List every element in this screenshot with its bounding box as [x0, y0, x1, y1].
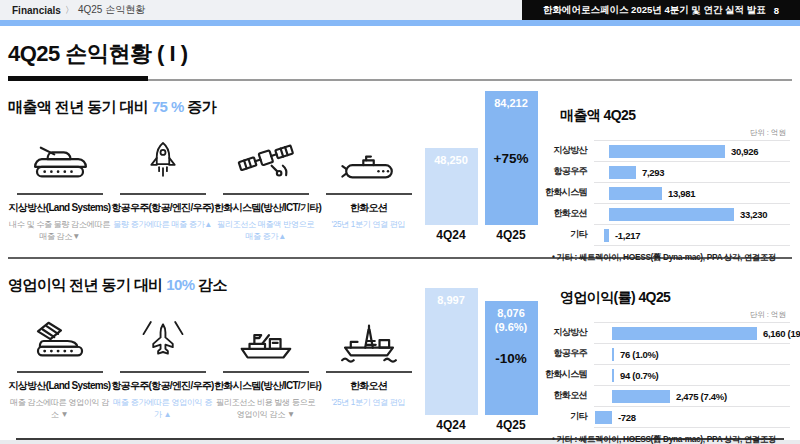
revenue-bar-4q25: 84,212 +75% [485, 91, 538, 225]
hbar-category-label: 한화오션 [542, 385, 594, 406]
rocket-icon [111, 130, 214, 186]
segment-hanwha-systems: 한화시스템(방산/ICT/기타) 필리조선소 매출액 반영으로 매출 증가▲ [214, 130, 317, 243]
hbar-track: 30,926 [594, 140, 790, 161]
segment-rule [17, 371, 103, 373]
revenue-bar-4q24: 48,250 [425, 148, 478, 225]
page-number: 8 [774, 5, 779, 16]
title-rule-thick [8, 76, 148, 81]
delta-label: +75% [485, 151, 538, 166]
profit-bar-4q25: 8,076 (9.6%) -10% [485, 301, 538, 415]
segment-label: 한화시스템(방산/ICT/기타) [214, 201, 317, 215]
breadcrumb-root: Financials [12, 5, 61, 16]
hbar-track: 7,293 [594, 161, 790, 182]
hbar-category-label: 기타 [542, 224, 594, 245]
axis-label-4q24: 4Q24 [425, 418, 478, 432]
profit-segment-chart-panel: 영업이익(률) 4Q25 단위 : 억원 지상방산6,160 (19.9%)항공… [542, 259, 792, 438]
page-title: 4Q25 손익현황 ( I ) [8, 39, 792, 69]
profit-by-segment-chart: 지상방산6,160 (19.9%)항공우주76 (1.0%)한화시스템94 (0… [542, 322, 790, 428]
hbar-category-label: 지상방산 [542, 140, 594, 161]
segment-caption: 필리조선소 매출액 반영으로 매출 증가▲ [214, 219, 317, 243]
segment-label: 한화오션 [317, 379, 420, 393]
hbar-category-label: 항공우주 [542, 161, 594, 182]
segment-aerospace: 항공우주(항공/엔진/우주) 물량 증가에따른 매출 증가▲ [111, 130, 214, 243]
segment-caption: 매출 감소에따른 영업이익 감소 ▼ [8, 397, 111, 421]
segment-label: 지상방산(Land Systems) [8, 201, 111, 215]
profit-heading-suffix: 감소 [195, 276, 227, 293]
hbar-track: 6,160 (19.9%) [594, 322, 790, 343]
profit-heading-accent: 10% [166, 276, 194, 293]
segment-land-systems: 지상방산(Land Systems) 내수 및 수출 물량 감소에따른 매출 감… [8, 130, 111, 243]
revenue-heading-accent: 75 % [152, 98, 184, 115]
chart-baseline [594, 245, 790, 246]
hbar-value: 30,926 [731, 145, 758, 158]
title-rule [8, 76, 792, 81]
hbar-category-label: 한화오션 [542, 203, 594, 224]
breadcrumb-current: 4Q25 손익현황 [78, 3, 145, 17]
hbar [612, 369, 614, 382]
bar-value-label: 48,250 [425, 148, 478, 167]
satellite-icon [214, 130, 317, 186]
bar-value-label: 8,076 (9.6%) [485, 301, 538, 335]
hbar [612, 390, 670, 403]
segment-label: 항공우주(항공/엔진/우주) [111, 201, 214, 215]
hbar-track: 13,981 [594, 182, 790, 203]
segment-label: 한화시스템(방산/ICT/기타) [214, 379, 317, 393]
revenue-segment-chart-panel: 매출액 4Q25 단위 : 억원 지상방산30,926항공우주7,293한화시스… [542, 81, 792, 257]
airplane-icon [111, 308, 214, 364]
chart-row: 한화시스템13,981 [542, 182, 790, 203]
segment-rule [223, 193, 309, 195]
chart-title: 영업이익(률) 4Q25 [560, 289, 790, 307]
hbar-value: 6,160 (19.9%) [763, 327, 800, 340]
revenue-heading-prefix: 매출액 전년 동기 대비 [8, 98, 152, 115]
revenue-summary-panel: 매출액 전년 동기 대비 75 % 증가 지상방산(Land Sy [8, 81, 420, 257]
hbar-value: 13,981 [668, 187, 695, 200]
chart-row: 한화시스템94 (0.7%) [542, 364, 790, 385]
bar-value-label: 8,997 [425, 288, 478, 307]
hbar-track: 2,475 (7.4%) [594, 385, 790, 406]
hbar-value: -1,217 [615, 229, 640, 242]
hbar [612, 327, 757, 340]
profit-heading: 영업이익 전년 동기 대비 10% 감소 [8, 276, 420, 295]
chart-row: 기타-1,217 [542, 224, 790, 245]
hbar-track: -1,217 [594, 224, 790, 245]
hbar-value: 76 (1.0%) [620, 348, 659, 361]
hbar [595, 411, 612, 424]
hbar-value: 94 (0.7%) [620, 369, 659, 382]
segment-hanwha-ocean: 한화오션 '25년 1분기 연결 편입 [317, 130, 420, 243]
hbar [609, 166, 636, 179]
hbar-category-label: 항공우주 [542, 343, 594, 364]
profit-bar-4q24: 8,997 [425, 288, 478, 415]
profit-summary-panel: 영업이익 전년 동기 대비 10% 감소 지상방산(Land Sy [8, 259, 420, 438]
deck-title: 한화에어로스페이스 2025년 4분기 및 연간 실적 발표 [543, 4, 766, 17]
chart-row: 항공우주7,293 [542, 161, 790, 182]
hbar-value: 7,293 [642, 166, 664, 179]
axis-label-4q25: 4Q25 [485, 228, 538, 242]
segment-label: 항공우주(항공/엔진/우주) [111, 379, 214, 393]
segment-hanwha-systems: 한화시스템(방산/ICT/기타) 필리조선소 비용 발생 등으로 영업이익 감소… [214, 308, 317, 421]
revenue-heading: 매출액 전년 동기 대비 75 % 증가 [8, 98, 420, 117]
chart-row: 지상방산30,926 [542, 140, 790, 161]
deck-title-banner: 한화에어로스페이스 2025년 4분기 및 연간 실적 발표 8 [522, 0, 800, 20]
submarine-icon [317, 130, 420, 186]
chart-row: 한화오션2,475 (7.4%) [542, 385, 790, 406]
hbar [612, 348, 614, 361]
hbar-category-label: 한화시스템 [542, 364, 594, 385]
chart-title: 매출액 4Q25 [560, 107, 790, 125]
segment-caption: 물량 증가에따른 매출 증가▲ [111, 219, 214, 231]
chart-unit-label: 단위 : 억원 [542, 310, 786, 320]
hbar-category-label: 한화시스템 [542, 182, 594, 203]
segment-label: 한화오션 [317, 201, 420, 215]
hbar-value: 33,230 [740, 208, 767, 221]
hbar-track: -728 [594, 406, 790, 427]
chart-footnote: • 기타 : 쎄트렉아이, HOESS(舊 Dyna-mac), PPA 상각,… [552, 434, 790, 444]
hbar-value: -728 [618, 411, 636, 424]
ship-icon [214, 308, 317, 364]
segment-land-systems: 지상방산(Land Systems) 매출 감소에따른 영업이익 감소 ▼ [8, 308, 111, 421]
tank-icon [8, 130, 111, 186]
revenue-section: 매출액 전년 동기 대비 75 % 증가 지상방산(Land Sy [8, 81, 792, 257]
hbar-track: 33,230 [594, 203, 790, 224]
hbar [604, 229, 609, 242]
hbar-track: 76 (1.0%) [594, 343, 790, 364]
bar-value-label: 84,212 [485, 91, 538, 110]
segment-rule [17, 193, 103, 195]
